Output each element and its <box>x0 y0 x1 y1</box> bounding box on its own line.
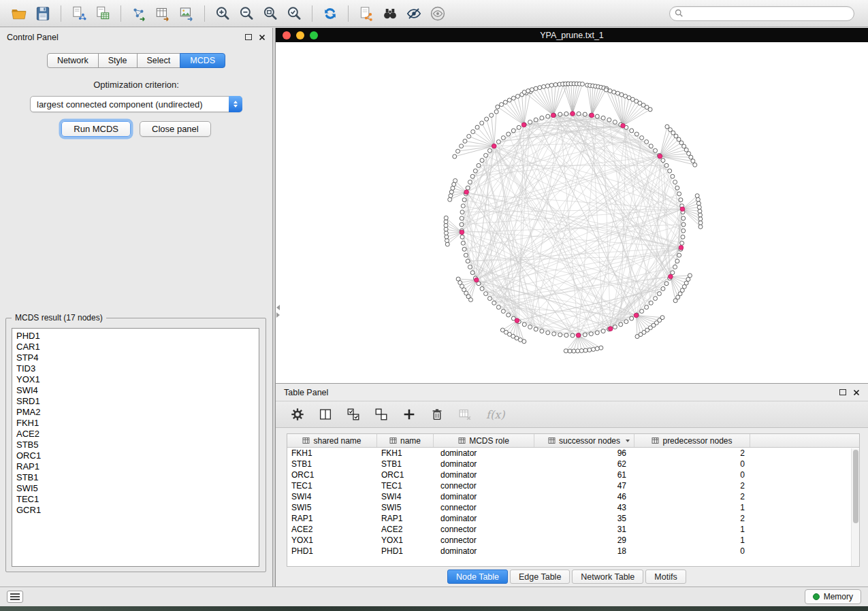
close-panel-icon[interactable] <box>853 389 860 396</box>
mcds-result-item[interactable]: SRD1 <box>12 396 259 407</box>
close-window-icon[interactable] <box>283 31 291 39</box>
table-cell[interactable]: RAP1 <box>287 514 377 523</box>
hide-button[interactable] <box>403 3 425 24</box>
optimization-criterion-select[interactable]: largest connected component (undirected) <box>30 96 242 112</box>
float-panel-icon[interactable] <box>839 389 846 395</box>
close-panel-icon[interactable] <box>259 34 266 41</box>
table-cell[interactable]: dominator <box>434 448 534 458</box>
table-cell[interactable]: TEC1 <box>287 481 377 491</box>
run-mcds-button[interactable]: Run MCDS <box>61 121 131 137</box>
mcds-result-list[interactable]: PHD1CAR1STP4TID3YOX1SWI4SRD1PMA2FKH1ACE2… <box>12 328 259 567</box>
table-cell[interactable]: ORC1 <box>287 470 377 480</box>
table-cell[interactable]: connector <box>434 525 534 534</box>
table-scrollbar[interactable] <box>851 448 859 566</box>
table-cell[interactable]: dominator <box>434 546 534 556</box>
table-cell[interactable]: 2 <box>634 492 750 501</box>
table-cell[interactable]: 47 <box>534 481 634 491</box>
table-cell[interactable]: FKH1 <box>287 448 377 458</box>
table-cell[interactable]: 1 <box>634 535 750 545</box>
mcds-result-item[interactable]: STB5 <box>12 440 259 450</box>
mcds-result-item[interactable]: SWI4 <box>12 385 259 396</box>
zoom-fit-button[interactable] <box>259 3 281 24</box>
table-cell[interactable]: 0 <box>634 546 750 556</box>
find-button[interactable] <box>379 3 401 24</box>
table-row[interactable]: SWI4SWI4dominator462 <box>287 491 859 502</box>
maximize-window-icon[interactable] <box>310 31 318 39</box>
table-cell[interactable]: 1 <box>634 503 750 512</box>
table-cell[interactable]: SWI4 <box>287 492 377 501</box>
float-panel-icon[interactable] <box>245 34 252 40</box>
table-cell[interactable]: YOX1 <box>377 535 434 545</box>
table-cell[interactable]: SWI5 <box>377 503 434 512</box>
mcds-result-item[interactable]: RAP1 <box>12 461 259 472</box>
table-cell[interactable]: 2 <box>634 481 750 491</box>
mcds-result-item[interactable]: CAR1 <box>12 342 259 352</box>
table-cell[interactable]: connector <box>434 503 534 512</box>
delete-column-button[interactable] <box>428 405 447 424</box>
table-cell[interactable]: 62 <box>534 459 634 469</box>
table-cell[interactable]: 43 <box>534 503 634 512</box>
table-cell[interactable]: ORC1 <box>377 470 434 480</box>
column-header-predecessor-nodes[interactable]: predecessor nodes <box>634 434 750 447</box>
table-cell[interactable]: SWI4 <box>377 492 434 501</box>
mcds-result-item[interactable]: YOX1 <box>12 374 259 385</box>
tab-select[interactable]: Select <box>137 53 181 68</box>
import-table-button[interactable] <box>92 3 114 24</box>
column-header-successor-nodes[interactable]: successor nodes <box>534 434 634 447</box>
memory-button[interactable]: Memory <box>805 589 861 604</box>
mcds-result-item[interactable]: SWI5 <box>12 483 259 494</box>
table-tab-motifs[interactable]: Motifs <box>645 569 686 584</box>
refresh-button[interactable] <box>319 3 341 24</box>
show-columns-button[interactable] <box>316 405 335 424</box>
table-row[interactable]: SWI5SWI5connector431 <box>287 502 859 513</box>
table-cell[interactable]: ACE2 <box>287 525 377 534</box>
table-settings-button[interactable] <box>288 405 307 424</box>
close-panel-button[interactable]: Close panel <box>140 121 211 137</box>
open-file-button[interactable] <box>8 3 30 24</box>
export-image-button[interactable] <box>176 3 197 24</box>
export-network-button[interactable] <box>128 3 150 24</box>
table-cell[interactable]: 31 <box>534 525 634 534</box>
table-row[interactable]: PHD1PHD1dominator180 <box>287 546 859 557</box>
network-graph[interactable] <box>276 42 868 383</box>
scrollbar-thumb[interactable] <box>853 450 858 523</box>
table-tab-node-table[interactable]: Node Table <box>447 569 508 584</box>
mcds-result-item[interactable]: PHD1 <box>12 331 259 342</box>
table-cell[interactable]: PHD1 <box>377 546 434 556</box>
table-row[interactable]: ORC1ORC1dominator610 <box>287 469 859 480</box>
show-button[interactable] <box>427 3 449 24</box>
table-cell[interactable]: dominator <box>434 492 534 501</box>
zoom-out-button[interactable] <box>236 3 257 24</box>
table-cell[interactable]: dominator <box>434 459 534 469</box>
mcds-result-item[interactable]: PMA2 <box>12 407 259 418</box>
mcds-result-item[interactable]: ACE2 <box>12 429 259 440</box>
table-cell[interactable]: STB1 <box>377 459 434 469</box>
table-cell[interactable]: connector <box>434 535 534 545</box>
mcds-result-item[interactable]: FKH1 <box>12 418 259 429</box>
column-header-shared-name[interactable]: shared name <box>287 434 377 447</box>
save-button[interactable] <box>32 3 54 24</box>
column-header-MCDS-role[interactable]: MCDS role <box>434 434 534 447</box>
table-cell[interactable]: connector <box>434 481 534 491</box>
table-row[interactable]: YOX1YOX1connector291 <box>287 535 859 546</box>
table-cell[interactable]: RAP1 <box>377 514 434 523</box>
table-cell[interactable]: SWI5 <box>287 503 377 512</box>
table-cell[interactable]: 96 <box>534 448 634 458</box>
table-tab-edge-table[interactable]: Edge Table <box>510 569 570 584</box>
network-canvas[interactable] <box>276 42 868 383</box>
select-all-button[interactable] <box>344 405 363 424</box>
table-row[interactable]: ACE2ACE2connector311 <box>287 524 859 535</box>
function-builder-button[interactable]: f(x) <box>483 408 504 421</box>
search-input[interactable] <box>669 6 854 21</box>
table-cell[interactable]: 35 <box>534 514 634 523</box>
share-document-button[interactable] <box>355 3 377 24</box>
table-row[interactable]: RAP1RAP1dominator352 <box>287 513 859 524</box>
minimize-window-icon[interactable] <box>296 31 304 39</box>
table-cell[interactable]: dominator <box>434 514 534 523</box>
export-table-button[interactable] <box>152 3 174 24</box>
tab-network[interactable]: Network <box>47 53 99 68</box>
table-cell[interactable]: ACE2 <box>377 525 434 534</box>
deselect-all-button[interactable] <box>372 405 391 424</box>
table-tab-network-table[interactable]: Network Table <box>572 569 643 584</box>
mcds-result-item[interactable]: GCR1 <box>12 505 259 516</box>
